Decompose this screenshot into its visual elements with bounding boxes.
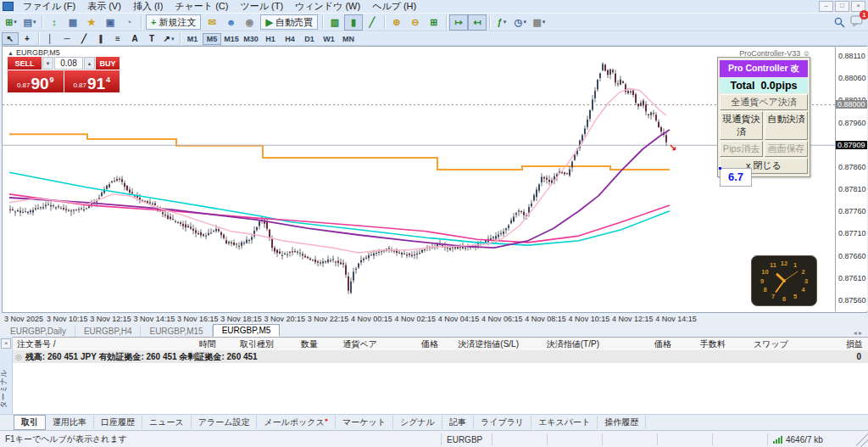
text-tool-button[interactable]: A	[126, 32, 143, 45]
column-header[interactable]: 損益	[793, 338, 868, 350]
close-all-pairs-button[interactable]: 全通貨ペア決済	[720, 94, 808, 110]
trendline-tool-button[interactable]: ╱	[75, 32, 92, 45]
column-header[interactable]: 数量	[279, 338, 323, 350]
time-axis[interactable]: 3 Nov 20253 Nov 10:153 Nov 12:153 Nov 14…	[2, 312, 867, 325]
bar-chart-button[interactable]: ▥	[326, 14, 344, 31]
zoom-out-button[interactable]: ⊖	[406, 14, 425, 31]
one-click-collapse-icon[interactable]: ▲	[8, 50, 14, 56]
cursor-tool-button[interactable]: ↖	[2, 32, 19, 45]
new-order-button[interactable]: +新規注文	[146, 14, 201, 30]
terminal-tab[interactable]: 口座履歴	[94, 416, 142, 429]
menu-item[interactable]: ツール (T)	[234, 1, 289, 11]
tab-scroll-left-icon[interactable]: ◂	[854, 329, 857, 337]
templates-button[interactable]: ▦▾	[530, 14, 548, 31]
timeframe-d1[interactable]: D1	[300, 33, 319, 45]
chart-tab[interactable]: EURGBP,M15	[141, 326, 212, 337]
navigator-button[interactable]: ★	[82, 14, 101, 31]
timeframe-m15[interactable]: M15	[222, 33, 241, 45]
timeframe-h1[interactable]: H1	[261, 33, 280, 45]
new-chart-button[interactable]: ⊞▾	[2, 14, 20, 31]
channel-tool-button[interactable]: ∥	[92, 32, 109, 45]
chart-shift-button[interactable]: ↤	[468, 14, 487, 31]
menu-item[interactable]: ヘルプ (H)	[366, 1, 422, 11]
profiles-button[interactable]: ▤▾	[20, 14, 39, 31]
periods-button[interactable]: ◷▾	[511, 14, 530, 31]
column-header[interactable]: 取引種別	[221, 338, 279, 350]
column-header[interactable]: 注文番号 /	[12, 338, 169, 350]
community-button[interactable]: ☻	[221, 14, 240, 31]
timeframe-h4[interactable]: H4	[281, 33, 299, 45]
chart-tab[interactable]: EURGBP,H4	[75, 326, 142, 337]
notifications-button[interactable]: 1	[850, 14, 863, 30]
candlestick-button[interactable]: ▮	[344, 14, 363, 31]
menu-item[interactable]: 挿入 (I)	[127, 1, 169, 11]
timeframe-m30[interactable]: M30	[242, 33, 260, 45]
tile-windows-button[interactable]: ⊞	[425, 14, 443, 31]
news-button[interactable]: ◉	[240, 14, 259, 31]
timeframe-m5[interactable]: M5	[203, 33, 221, 45]
chart-plot[interactable]: ↘	[3, 47, 835, 311]
column-header[interactable]: スワップ	[731, 338, 793, 350]
pips-clear-button[interactable]: Pips消去	[720, 141, 763, 157]
timeframe-m1[interactable]: M1	[183, 33, 202, 45]
close-current-pair-button[interactable]: 現通貨決済	[720, 111, 763, 140]
terminal-tab[interactable]: 取引	[14, 415, 46, 430]
mailbox-button[interactable]: ✉	[203, 14, 221, 31]
strategy-tester-button[interactable]: ◔	[120, 14, 138, 31]
buy-button[interactable]: BUY	[96, 57, 120, 70]
hline-tool-button[interactable]: ─	[58, 32, 75, 45]
indicators-button[interactable]: ƒ▾	[492, 14, 511, 31]
terminal-tab[interactable]: 記事	[442, 416, 474, 429]
menu-item[interactable]: ウィンドウ (W)	[289, 1, 366, 11]
terminal-close-icon[interactable]: ×	[1, 338, 11, 349]
terminal-tab[interactable]: マーケット	[336, 416, 393, 429]
column-header[interactable]: 手数料	[676, 338, 731, 350]
menu-item[interactable]: ファイル (F)	[17, 1, 81, 11]
minimize-button[interactable]: –	[819, 1, 833, 12]
terminal-button[interactable]: ▣	[101, 14, 120, 31]
menu-item[interactable]: 表示 (V)	[81, 1, 127, 11]
column-header[interactable]: 価格	[382, 338, 443, 350]
timeframe-mn[interactable]: MN	[339, 33, 358, 45]
data-window-button[interactable]: ▦	[64, 14, 82, 31]
terminal-tab[interactable]: ニュース	[142, 416, 192, 429]
panel-title[interactable]: Pro Controller 改	[720, 60, 808, 77]
chart-tab-scroll[interactable]: ◂ ▸	[854, 329, 867, 337]
fibonacci-tool-button[interactable]: ≡	[109, 32, 126, 45]
column-header[interactable]: 決済逆指値(S/L)	[443, 338, 524, 350]
terminal-tab[interactable]: エキスパート	[531, 416, 598, 429]
line-chart-button[interactable]: ╱	[363, 14, 381, 31]
tab-scroll-right-icon[interactable]: ▸	[859, 329, 862, 337]
terminal-tab[interactable]: シグナル	[393, 416, 442, 429]
zoom-in-button[interactable]: ⊕	[387, 14, 406, 31]
auto-close-button[interactable]: 自動決済	[765, 111, 808, 140]
autotrading-button[interactable]: ▶自動売買	[260, 14, 317, 30]
label-tool-button[interactable]: T	[143, 32, 160, 45]
terminal-tab[interactable]: 操作履歴	[598, 416, 646, 429]
volume-down-button[interactable]: ▼	[42, 57, 53, 70]
volume-up-button[interactable]: ▲	[84, 57, 95, 70]
pips-value-label[interactable]: 6.7	[720, 168, 752, 187]
terminal-tab[interactable]: ライブラリ	[474, 416, 531, 429]
shapes-tool-button[interactable]: ↗▾	[160, 32, 177, 45]
timeframe-w1[interactable]: W1	[320, 33, 338, 45]
column-header[interactable]: 時間	[169, 338, 221, 350]
save-screen-button[interactable]: 画面保存	[765, 141, 808, 157]
bid-price-display[interactable]: 0.87909	[8, 70, 64, 92]
column-header[interactable]: 通貨ペア	[323, 338, 382, 350]
resize-grip[interactable]	[856, 431, 868, 447]
chart-tab[interactable]: EURGBP,M5	[213, 324, 281, 337]
column-header[interactable]: 価格	[604, 338, 676, 350]
volume-input[interactable]: 0.08	[54, 57, 83, 70]
column-header[interactable]: 決済指値(T/P)	[524, 338, 604, 350]
search-icon[interactable]	[834, 17, 845, 28]
terminal-tab[interactable]: 運用比率	[46, 416, 94, 429]
sell-button[interactable]: SELL	[8, 57, 42, 70]
crosshair-tool-button[interactable]: +	[19, 32, 36, 45]
auto-scroll-button[interactable]: ↦	[449, 14, 468, 31]
menu-item[interactable]: チャート (C)	[169, 1, 234, 11]
vline-tool-button[interactable]: │	[42, 32, 58, 45]
chart-tab[interactable]: EURGBP,Daily	[2, 326, 75, 337]
restore-button[interactable]: □	[835, 1, 849, 12]
terminal-tab[interactable]: メールボックス●	[257, 416, 336, 429]
